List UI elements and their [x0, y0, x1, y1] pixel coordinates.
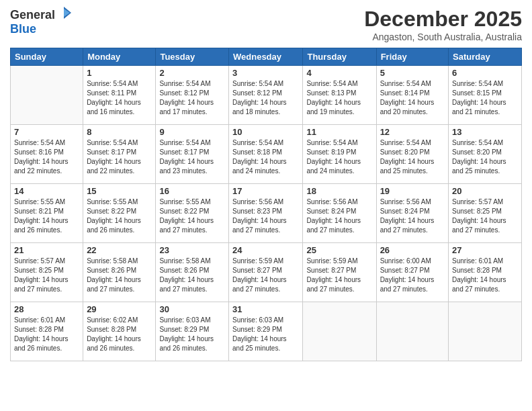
- calendar-cell: 12Sunrise: 5:54 AMSunset: 8:20 PMDayligh…: [376, 125, 448, 184]
- calendar-cell: 17Sunrise: 5:56 AMSunset: 8:23 PMDayligh…: [229, 184, 303, 243]
- calendar-cell: 5Sunrise: 5:54 AMSunset: 8:14 PMDaylight…: [376, 66, 448, 125]
- day-number: 29: [87, 304, 152, 314]
- day-number: 4: [306, 68, 372, 78]
- day-number: 31: [232, 304, 299, 314]
- day-info: Sunrise: 5:55 AMSunset: 8:22 PMDaylight:…: [87, 197, 152, 235]
- calendar-cell: 20Sunrise: 5:57 AMSunset: 8:25 PMDayligh…: [449, 184, 522, 243]
- day-number: 16: [159, 186, 225, 196]
- day-number: 2: [159, 68, 225, 78]
- header: General Blue December 2025 Angaston, Sou…: [10, 7, 522, 42]
- day-info: Sunrise: 5:55 AMSunset: 8:22 PMDaylight:…: [159, 197, 225, 235]
- calendar-cell: [449, 302, 522, 361]
- weekday-header-wednesday: Wednesday: [229, 48, 303, 66]
- day-info: Sunrise: 5:54 AMSunset: 8:19 PMDaylight:…: [306, 138, 372, 176]
- calendar-cell: 27Sunrise: 6:01 AMSunset: 8:28 PMDayligh…: [449, 243, 522, 302]
- weekday-header-sunday: Sunday: [11, 48, 83, 66]
- day-info: Sunrise: 5:57 AMSunset: 8:25 PMDaylight:…: [14, 257, 79, 294]
- weekday-header-thursday: Thursday: [303, 48, 376, 66]
- calendar-cell: 23Sunrise: 5:58 AMSunset: 8:26 PMDayligh…: [156, 243, 229, 302]
- day-info: Sunrise: 6:03 AMSunset: 8:29 PMDaylight:…: [159, 316, 225, 353]
- calendar-cell: 24Sunrise: 5:59 AMSunset: 8:27 PMDayligh…: [229, 243, 303, 302]
- calendar-cell: [376, 302, 448, 361]
- day-info: Sunrise: 6:02 AMSunset: 8:28 PMDaylight:…: [87, 316, 152, 353]
- title-block: December 2025 Angaston, South Australia,…: [364, 7, 522, 42]
- day-number: 20: [452, 186, 518, 196]
- calendar-cell: 14Sunrise: 5:55 AMSunset: 8:21 PMDayligh…: [11, 184, 83, 243]
- page: General Blue December 2025 Angaston, Sou…: [0, 0, 532, 411]
- calendar-cell: [11, 66, 83, 125]
- weekday-header-saturday: Saturday: [449, 48, 522, 66]
- day-info: Sunrise: 5:57 AMSunset: 8:25 PMDaylight:…: [452, 197, 518, 235]
- day-info: Sunrise: 5:56 AMSunset: 8:24 PMDaylight:…: [380, 197, 445, 235]
- day-info: Sunrise: 6:00 AMSunset: 8:27 PMDaylight:…: [380, 257, 445, 294]
- day-info: Sunrise: 5:54 AMSunset: 8:13 PMDaylight:…: [306, 79, 372, 117]
- week-row-3: 21Sunrise: 5:57 AMSunset: 8:25 PMDayligh…: [11, 243, 522, 302]
- day-number: 17: [232, 186, 299, 196]
- week-row-2: 14Sunrise: 5:55 AMSunset: 8:21 PMDayligh…: [11, 184, 522, 243]
- day-number: 27: [452, 245, 518, 255]
- day-info: Sunrise: 5:54 AMSunset: 8:17 PMDaylight:…: [87, 138, 152, 176]
- day-number: 19: [380, 186, 445, 196]
- calendar-cell: 8Sunrise: 5:54 AMSunset: 8:17 PMDaylight…: [83, 125, 156, 184]
- day-info: Sunrise: 5:54 AMSunset: 8:15 PMDaylight:…: [452, 79, 518, 117]
- calendar-cell: 7Sunrise: 5:54 AMSunset: 8:16 PMDaylight…: [11, 125, 83, 184]
- calendar-cell: 21Sunrise: 5:57 AMSunset: 8:25 PMDayligh…: [11, 243, 83, 302]
- week-row-0: 1Sunrise: 5:54 AMSunset: 8:11 PMDaylight…: [11, 66, 522, 125]
- day-number: 30: [159, 304, 225, 314]
- day-info: Sunrise: 5:56 AMSunset: 8:23 PMDaylight:…: [232, 197, 299, 235]
- weekday-header-tuesday: Tuesday: [156, 48, 229, 66]
- day-info: Sunrise: 5:55 AMSunset: 8:21 PMDaylight:…: [14, 197, 79, 235]
- calendar-cell: 19Sunrise: 5:56 AMSunset: 8:24 PMDayligh…: [376, 184, 448, 243]
- day-number: 14: [14, 186, 79, 196]
- calendar-cell: [303, 302, 376, 361]
- day-number: 23: [159, 245, 225, 255]
- calendar-cell: 31Sunrise: 6:03 AMSunset: 8:29 PMDayligh…: [229, 302, 303, 361]
- calendar-table: SundayMondayTuesdayWednesdayThursdayFrid…: [10, 48, 522, 361]
- calendar-cell: 1Sunrise: 5:54 AMSunset: 8:11 PMDaylight…: [83, 66, 156, 125]
- calendar-cell: 29Sunrise: 6:02 AMSunset: 8:28 PMDayligh…: [83, 302, 156, 361]
- day-number: 12: [380, 127, 445, 137]
- logo-blue-text: Blue: [10, 22, 36, 36]
- day-number: 28: [14, 304, 79, 314]
- logo-general-text: General: [10, 8, 55, 22]
- location-subtitle: Angaston, South Australia, Australia: [364, 32, 522, 42]
- day-info: Sunrise: 5:58 AMSunset: 8:26 PMDaylight:…: [159, 257, 225, 294]
- calendar-cell: 25Sunrise: 5:59 AMSunset: 8:27 PMDayligh…: [303, 243, 376, 302]
- day-number: 3: [232, 68, 299, 78]
- day-info: Sunrise: 5:54 AMSunset: 8:12 PMDaylight:…: [232, 79, 299, 117]
- week-row-4: 28Sunrise: 6:01 AMSunset: 8:28 PMDayligh…: [11, 302, 522, 361]
- day-info: Sunrise: 5:54 AMSunset: 8:20 PMDaylight:…: [452, 138, 518, 176]
- day-number: 1: [87, 68, 152, 78]
- weekday-header-monday: Monday: [83, 48, 156, 66]
- weekday-header-row: SundayMondayTuesdayWednesdayThursdayFrid…: [11, 48, 522, 66]
- day-info: Sunrise: 5:58 AMSunset: 8:26 PMDaylight:…: [87, 257, 152, 294]
- day-info: Sunrise: 5:54 AMSunset: 8:20 PMDaylight:…: [380, 138, 445, 176]
- day-number: 21: [14, 245, 79, 255]
- calendar-cell: 15Sunrise: 5:55 AMSunset: 8:22 PMDayligh…: [83, 184, 156, 243]
- day-info: Sunrise: 5:59 AMSunset: 8:27 PMDaylight:…: [306, 257, 372, 294]
- day-number: 13: [452, 127, 518, 137]
- calendar-cell: 6Sunrise: 5:54 AMSunset: 8:15 PMDaylight…: [449, 66, 522, 125]
- calendar-cell: 3Sunrise: 5:54 AMSunset: 8:12 PMDaylight…: [229, 66, 303, 125]
- day-info: Sunrise: 5:54 AMSunset: 8:14 PMDaylight:…: [380, 79, 445, 117]
- day-number: 5: [380, 68, 445, 78]
- day-info: Sunrise: 6:03 AMSunset: 8:29 PMDaylight:…: [232, 316, 299, 353]
- day-number: 6: [452, 68, 518, 78]
- calendar-cell: 4Sunrise: 5:54 AMSunset: 8:13 PMDaylight…: [303, 66, 376, 125]
- calendar-cell: 16Sunrise: 5:55 AMSunset: 8:22 PMDayligh…: [156, 184, 229, 243]
- day-info: Sunrise: 5:54 AMSunset: 8:11 PMDaylight:…: [87, 79, 152, 117]
- calendar-cell: 10Sunrise: 5:54 AMSunset: 8:18 PMDayligh…: [229, 125, 303, 184]
- logo: General Blue: [10, 7, 73, 36]
- day-info: Sunrise: 5:54 AMSunset: 8:17 PMDaylight:…: [159, 138, 225, 176]
- month-title: December 2025: [364, 7, 522, 32]
- day-number: 22: [87, 245, 152, 255]
- day-number: 25: [306, 245, 372, 255]
- calendar-cell: 2Sunrise: 5:54 AMSunset: 8:12 PMDaylight…: [156, 66, 229, 125]
- day-info: Sunrise: 6:01 AMSunset: 8:28 PMDaylight:…: [14, 316, 79, 353]
- calendar-cell: 11Sunrise: 5:54 AMSunset: 8:19 PMDayligh…: [303, 125, 376, 184]
- day-info: Sunrise: 5:56 AMSunset: 8:24 PMDaylight:…: [306, 197, 372, 235]
- week-row-1: 7Sunrise: 5:54 AMSunset: 8:16 PMDaylight…: [11, 125, 522, 184]
- day-number: 11: [306, 127, 372, 137]
- day-number: 24: [232, 245, 299, 255]
- day-number: 26: [380, 245, 445, 255]
